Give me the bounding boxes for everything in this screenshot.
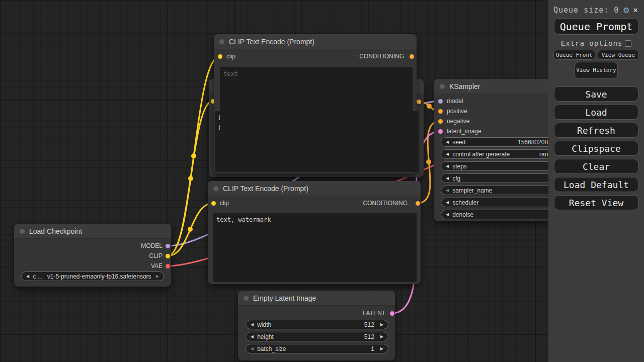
decrement-arrow-icon[interactable]: ◀ [446, 140, 449, 144]
widget-value: 512 [364, 333, 374, 340]
widget-value: 1 [371, 345, 374, 352]
node-graph-canvas[interactable]: CLIP Text Encode (Prompt) clip CONDITION… [0, 0, 644, 362]
widget-label: c ... [33, 273, 42, 280]
save-button[interactable]: Save [554, 86, 638, 102]
queue-prompt-button[interactable]: Queue Prompt [554, 18, 638, 35]
widget-label: sampler_name [452, 187, 492, 194]
load-default-button[interactable]: Load Default [554, 177, 638, 192]
node-title: CLIP Text Encode (Prompt) [223, 185, 308, 193]
input-port-latent-image[interactable] [438, 129, 443, 134]
output-label-conditioning: CONDITIONING [359, 53, 404, 60]
load-button[interactable]: Load [554, 105, 638, 120]
decrement-arrow-icon[interactable]: ◀ [251, 322, 254, 327]
decrement-arrow-icon[interactable]: ◀ [446, 212, 449, 217]
decrement-arrow-icon[interactable]: ◀ [446, 164, 449, 168]
widget-label: height [257, 333, 274, 340]
collapse-dot-icon[interactable] [440, 84, 445, 89]
output-port-clip[interactable] [166, 254, 170, 258]
increment-arrow-icon[interactable]: ▶ [380, 334, 383, 339]
reset-view-button[interactable]: Reset View [554, 195, 638, 210]
wire-midpoint-dot[interactable] [191, 153, 196, 158]
widget-label: seed [452, 139, 465, 146]
input-port-positive[interactable] [438, 109, 443, 114]
view-queue-button[interactable]: View Queue [598, 50, 639, 60]
node-clip-text-encode-negative[interactable]: CLIP Text Encode (Prompt) clip CONDITION… [208, 181, 421, 284]
node-title-bar[interactable]: CLIP Text Encode (Prompt) [208, 181, 421, 196]
input-port-clip[interactable] [218, 54, 222, 59]
extra-options-checkbox[interactable] [625, 40, 631, 47]
settings-gear-icon[interactable]: ⚙ [623, 5, 629, 15]
node-load-checkpoint[interactable]: Load Checkpoint MODEL CLIP VAE ◀ c ... v… [14, 224, 171, 287]
input-label-clip: clip [226, 53, 235, 60]
collapse-dot-icon[interactable] [213, 186, 218, 191]
input-label-model: model [447, 98, 463, 105]
input-port-clip[interactable] [211, 201, 216, 206]
widget-ckpt-name[interactable]: ◀ c ... v1-5-pruned-emaonly-fp16.safeten… [21, 272, 164, 281]
output-label-clip: CLIP [149, 252, 163, 259]
next-arrow-icon[interactable]: ▶ [156, 274, 159, 279]
wire-midpoint-dot[interactable] [188, 176, 193, 181]
widget-label: denoise [452, 211, 473, 218]
widget-value: 1566802087 [518, 139, 551, 146]
node-title: Empty Latent Image [253, 294, 316, 302]
refresh-button[interactable]: Refresh [554, 123, 638, 138]
widget-label: cfg [452, 175, 460, 182]
widget-value: ran [539, 151, 548, 158]
clipspace-button[interactable]: Clipspace [554, 141, 638, 156]
output-label-vae: VAE [151, 262, 163, 269]
increment-arrow-icon[interactable]: ▶ [380, 346, 383, 351]
widget-value: v1-5-pruned-emaonly-fp16.safetensors [47, 273, 151, 280]
input-port-model[interactable] [438, 99, 443, 104]
output-label-model: MODEL [141, 242, 163, 249]
widget-label: scheduler [452, 199, 478, 206]
queue-front-button[interactable]: Queue Front [553, 50, 595, 60]
output-port-model[interactable] [166, 244, 170, 248]
decrement-arrow-icon[interactable]: ◀ [251, 346, 254, 351]
output-port-latent[interactable] [390, 311, 394, 316]
prompt-textarea-negative[interactable]: text, watermark [213, 213, 417, 282]
node-title: Load Checkpoint [29, 227, 82, 235]
node-title-bar[interactable]: Load Checkpoint [14, 224, 171, 239]
input-port-negative[interactable] [438, 119, 443, 124]
input-label-latent-image: latent_image [447, 128, 481, 135]
decrement-arrow-icon[interactable]: ◀ [446, 200, 449, 205]
decrement-arrow-icon[interactable]: ◀ [446, 152, 449, 156]
close-icon[interactable]: ✕ [632, 6, 639, 14]
collapse-dot-icon[interactable] [20, 229, 25, 234]
increment-arrow-icon[interactable]: ▶ [380, 322, 383, 327]
clear-button[interactable]: Clear [554, 159, 638, 174]
decrement-arrow-icon[interactable]: ◀ [446, 176, 449, 180]
collapse-dot-icon[interactable] [219, 39, 224, 44]
output-port-conditioning[interactable] [410, 54, 414, 59]
prev-arrow-icon[interactable]: ◀ [26, 274, 29, 279]
input-label-negative: negative [447, 118, 469, 125]
wire-midpoint-dot[interactable] [188, 227, 193, 232]
view-history-button[interactable]: View History [575, 62, 618, 79]
widget-width[interactable]: ◀ width 512 ▶ [246, 320, 388, 329]
decrement-arrow-icon[interactable]: ◀ [251, 334, 254, 339]
input-label-positive: positive [447, 108, 467, 115]
input-label-clip: clip [220, 200, 229, 207]
widget-label: width [257, 321, 271, 328]
node-title-bar[interactable]: CLIP Text Encode (Prompt) [214, 34, 417, 49]
output-label-conditioning: CONDITIONING [363, 200, 408, 207]
node-empty-latent-image[interactable]: Empty Latent Image LATENT ◀ width 512 ▶ … [238, 291, 395, 360]
output-port-vae[interactable] [166, 264, 170, 268]
collapse-dot-icon[interactable] [244, 296, 249, 301]
widget-height[interactable]: ◀ height 512 ▶ [246, 332, 388, 341]
node-title: CLIP Text Encode (Prompt) [229, 38, 314, 46]
prompt-textarea-top[interactable] [220, 67, 413, 171]
extra-options-label: Extra options [561, 39, 623, 47]
wire-midpoint-dot[interactable] [426, 159, 431, 164]
output-label-latent: LATENT [363, 310, 385, 317]
widget-label: steps [452, 163, 467, 170]
widget-label: batch_size [257, 345, 286, 352]
widget-batch-size[interactable]: ◀ batch_size 1 ▶ [246, 344, 388, 353]
node-title: KSampler [449, 82, 480, 90]
decrement-arrow-icon[interactable]: ◀ [446, 188, 449, 193]
widget-value: 512 [364, 321, 374, 328]
wire-midpoint-dot[interactable] [427, 104, 432, 109]
node-title-bar[interactable]: Empty Latent Image [238, 291, 395, 306]
output-port-conditioning[interactable] [417, 100, 421, 104]
output-port-conditioning[interactable] [416, 201, 420, 206]
